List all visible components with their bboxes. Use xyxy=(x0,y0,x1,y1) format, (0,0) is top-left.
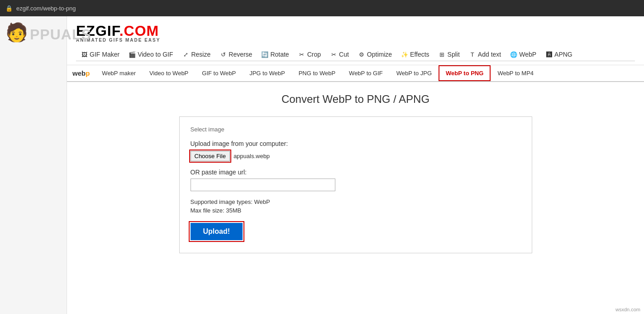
nav-item-split[interactable]: ⊞ Split xyxy=(434,48,464,61)
lock-icon: 🔒 xyxy=(5,5,13,12)
reverse-icon: ↺ xyxy=(219,51,227,58)
webp-icon: 🌐 xyxy=(510,51,517,58)
apng-icon: 🅰 xyxy=(545,51,553,58)
nav-item-effects[interactable]: ✨ Effects xyxy=(396,48,434,61)
rotate-icon: 🔄 xyxy=(261,51,268,58)
nav-item-optimize[interactable]: ⚙ Optimize xyxy=(353,48,396,61)
form-section-label: Select image xyxy=(191,126,521,133)
appuals-watermark: 🧑 PPUALS xyxy=(0,16,67,48)
appuals-icon: 🧑 xyxy=(5,22,28,43)
brand-web: web xyxy=(72,69,86,77)
nav-item-label: Rotate xyxy=(270,51,289,58)
sub-nav-item-webp-maker[interactable]: WebP maker xyxy=(95,66,143,81)
logo-main: EZGIF.COM xyxy=(76,24,635,38)
file-name: appuals.webp xyxy=(234,153,270,159)
main-content: EZGIF.COM ANIMATED GIFS MADE EASY 🖼 GIF … xyxy=(67,16,644,314)
nav-item-video-to-gif[interactable]: 🎬 Video to GIF xyxy=(124,48,177,61)
browser-bar: 🔒 ezgif.com/webp-to-png xyxy=(0,0,644,16)
sub-nav-item-jpg-to-webp[interactable]: JPG to WebP xyxy=(243,66,292,81)
bottom-bar: wsxdn.com xyxy=(67,305,644,314)
cut-icon: ✂ xyxy=(330,51,337,58)
choose-file-button[interactable]: Choose File xyxy=(191,151,230,161)
sub-nav-item-webp-to-jpg[interactable]: WebP to JPG xyxy=(390,66,439,81)
sub-nav: webp WebP maker Video to WebP GIF to Web… xyxy=(67,65,644,82)
optimize-icon: ⚙ xyxy=(358,51,365,58)
logo-sub: ANIMATED GIFS MADE EASY xyxy=(76,38,635,43)
nav-item-label: APNG xyxy=(554,51,572,58)
effects-icon: ✨ xyxy=(401,51,408,58)
file-input-row: Choose File appuals.webp xyxy=(191,151,521,161)
appuals-text: PPUALS xyxy=(30,26,91,43)
split-icon: ⊞ xyxy=(439,51,446,58)
site-logo: EZGIF.COM ANIMATED GIFS MADE EASY xyxy=(76,24,635,43)
nav-item-label: WebP xyxy=(519,51,536,58)
nav-item-cut[interactable]: ✂ Cut xyxy=(325,48,353,61)
nav-item-rotate[interactable]: 🔄 Rotate xyxy=(257,48,293,61)
logo-com: .COM xyxy=(119,23,159,39)
nav-item-label: Video to GIF xyxy=(138,51,173,58)
form-box: Select image Upload image from your comp… xyxy=(179,116,532,253)
crop-icon: ✂ xyxy=(298,51,305,58)
url-label: OR paste image url: xyxy=(191,169,521,176)
nav-item-webp[interactable]: 🌐 WebP xyxy=(506,48,541,61)
sub-nav-item-png-to-webp[interactable]: PNG to WebP xyxy=(292,66,342,81)
nav-item-crop[interactable]: ✂ Crop xyxy=(294,48,325,61)
page-title: Convert WebP to PNG / APNG xyxy=(76,93,635,106)
nav-item-label: Split xyxy=(448,51,460,58)
nav-item-apng[interactable]: 🅰 APNG xyxy=(541,48,577,61)
nav-item-add-text[interactable]: T Add text xyxy=(464,48,506,61)
browser-url: ezgif.com/webp-to-png xyxy=(16,5,76,12)
add-text-icon: T xyxy=(469,51,476,58)
nav-item-label: Cut xyxy=(339,51,349,58)
main-nav: 🖼 GIF Maker 🎬 Video to GIF ⤢ Resize ↺ Re… xyxy=(76,44,635,61)
page-content: Convert WebP to PNG / APNG Select image … xyxy=(67,82,644,305)
nav-item-resize[interactable]: ⤢ Resize xyxy=(177,48,215,61)
sub-nav-item-webp-to-mp4[interactable]: WebP to MP4 xyxy=(491,66,540,81)
nav-item-label: Add text xyxy=(478,51,501,58)
gif-maker-icon: 🖼 xyxy=(81,51,88,58)
nav-item-label: GIF Maker xyxy=(90,51,119,58)
site-header: EZGIF.COM ANIMATED GIFS MADE EASY 🖼 GIF … xyxy=(67,16,644,65)
upload-button[interactable]: Upload! xyxy=(191,223,243,240)
watermark-site: wsxdn.com xyxy=(615,307,640,312)
url-input[interactable] xyxy=(191,179,335,191)
nav-item-gif-maker[interactable]: 🖼 GIF Maker xyxy=(76,48,124,61)
resize-icon: ⤢ xyxy=(182,51,189,58)
left-sidebar: 🧑 PPUALS xyxy=(0,16,67,314)
nav-item-label: Effects xyxy=(410,51,429,58)
supported-types: Supported image types: WebP xyxy=(191,198,521,205)
nav-item-label: Crop xyxy=(307,51,321,58)
nav-item-reverse[interactable]: ↺ Reverse xyxy=(215,48,257,61)
nav-item-label: Reverse xyxy=(229,51,252,58)
video-to-gif-icon: 🎬 xyxy=(129,51,136,58)
brand-p: p xyxy=(86,69,90,77)
max-file-size: Max file size: 35MB xyxy=(191,207,521,214)
nav-item-label: Resize xyxy=(191,51,210,58)
sub-nav-item-webp-to-gif[interactable]: WebP to GIF xyxy=(342,66,390,81)
upload-label: Upload image from your computer: xyxy=(191,140,521,147)
sub-nav-item-video-to-webp[interactable]: Video to WebP xyxy=(143,66,195,81)
sub-nav-brand: webp xyxy=(67,66,95,81)
sub-nav-item-webp-to-png[interactable]: WebP to PNG xyxy=(439,65,491,81)
page-wrapper: 🧑 PPUALS EZGIF.COM ANIMATED GIFS MADE EA… xyxy=(0,16,644,314)
sub-nav-item-gif-to-webp[interactable]: GIF to WebP xyxy=(195,66,243,81)
nav-item-label: Optimize xyxy=(367,51,392,58)
